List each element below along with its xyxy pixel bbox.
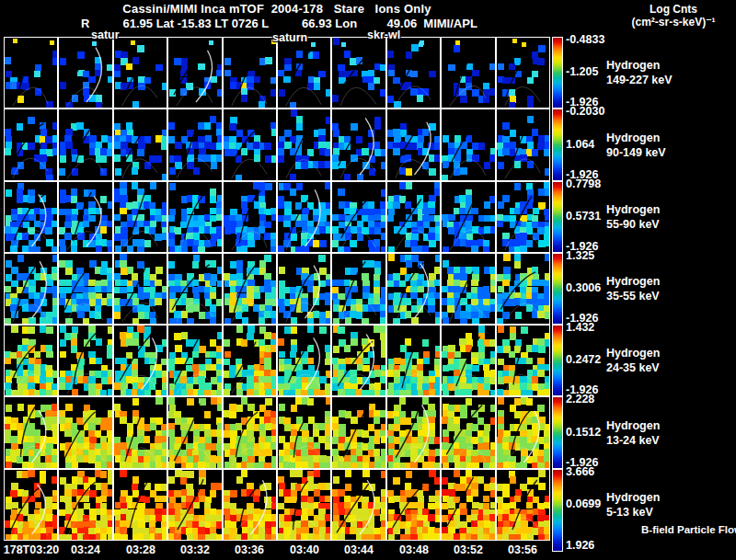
pointing-marker-dot <box>92 41 97 46</box>
plot-subtitle: R 61.95 Lat -15.83 LT 0726 L 66.93 Lon 4… <box>81 17 477 30</box>
panel-r4c9 <box>441 253 496 325</box>
panel-r3c3 <box>113 181 167 253</box>
row-species: Hydrogen <box>606 202 660 217</box>
bfield-flow-arcs <box>332 254 386 325</box>
panel-r5c2 <box>58 325 113 396</box>
bfield-flow-arcs <box>278 38 331 109</box>
panel-r3c6 <box>277 181 331 253</box>
bfield-flow-arcs <box>224 182 277 253</box>
pointing-marker-dot <box>13 39 17 43</box>
bfield-flow-arcs <box>387 397 441 469</box>
colorbar-row4 <box>552 253 563 325</box>
bfield-flow-arcs <box>224 397 277 469</box>
bfield-flow-arcs <box>168 38 223 109</box>
bfield-flow-arcs <box>59 397 113 469</box>
bfield-flow-arcs <box>442 109 496 181</box>
plot-title: Cassini/MIMI Inca mTOF 2004-178 Stare Io… <box>4 2 550 16</box>
panel-r5c9 <box>441 325 496 396</box>
bfield-flow-arcs <box>168 182 223 253</box>
pointing-label-saturn: saturn <box>272 31 307 44</box>
bfield-flow-arcs <box>114 109 167 181</box>
time-tick-3: 03:28 <box>126 543 155 556</box>
panel-r5c10 <box>496 325 550 396</box>
time-tick-6: 03:40 <box>290 543 319 556</box>
bfield-flow-arcs <box>59 254 113 325</box>
bfield-flow-arcs <box>59 182 113 253</box>
time-tick-4: 03:32 <box>180 543 210 556</box>
bfield-flow-arcs <box>442 470 496 541</box>
bfield-flow-arcs <box>224 38 277 109</box>
bfield-flow-arcs <box>442 254 496 325</box>
pointing-marker-dot <box>455 40 460 45</box>
pointing-label-skr-wl: skr-wl <box>367 29 400 41</box>
row-energy-range: 90-149 keV <box>606 145 666 160</box>
bfield-flow-arcs <box>168 397 223 469</box>
bfield-flow-arcs <box>59 470 113 541</box>
bfield-flow-arcs <box>387 470 441 541</box>
bfield-flow-arcs <box>497 470 550 541</box>
panel-r3c2 <box>58 181 113 253</box>
colorbar-row6 <box>552 396 563 469</box>
bfield-flow-arcs <box>497 326 550 396</box>
bfield-flow-arcs <box>114 182 167 253</box>
pointing-marker-dot <box>131 40 135 45</box>
panel-r1c8 <box>386 37 441 109</box>
cbar-tick-mid-row1: -1.205 <box>566 65 598 78</box>
bfield-flow-arcs <box>442 182 496 253</box>
panel-r7c8 <box>386 469 441 541</box>
cbar-tick-top-row1: -0.4833 <box>566 33 604 46</box>
panel-r6c1 <box>4 396 58 469</box>
bfield-flow-arcs <box>332 109 386 181</box>
bfield-flow-arcs <box>59 38 113 109</box>
panel-r4c8 <box>386 253 441 325</box>
row-species: Hydrogen <box>606 490 660 505</box>
colorbar-row7 <box>552 469 563 552</box>
bfield-flow-arcs <box>387 182 441 253</box>
bfield-flow-arcs <box>332 38 386 109</box>
row-energy-range: 5-13 keV <box>606 505 660 520</box>
bfield-flow-arcs <box>332 326 386 396</box>
bfield-flow-arcs <box>497 38 550 109</box>
bfield-flow-arcs <box>332 470 386 541</box>
row-species: Hydrogen <box>606 274 660 289</box>
panel-r6c3 <box>113 396 167 469</box>
cbar-tick-mid-row7: 0.0699 <box>566 497 601 510</box>
bfield-flow-arcs <box>168 254 223 325</box>
pointing-marker-dot <box>209 40 213 45</box>
panel-r3c1 <box>4 181 58 253</box>
panel-r5c8 <box>386 325 441 396</box>
panel-r4c4 <box>167 253 223 325</box>
cbar-tick-top-row7: 3.666 <box>566 465 594 478</box>
time-tick-1: 178T03:20 <box>4 543 59 556</box>
bfield-particle-flow-note: B-field Particle Flow <box>641 524 736 535</box>
panel-r4c3 <box>113 253 167 325</box>
panel-r1c7 <box>331 37 386 109</box>
bfield-flow-arcs <box>5 397 58 469</box>
bfield-flow-arcs <box>387 326 441 396</box>
bfield-flow-arcs <box>332 182 386 253</box>
row-energy-range: 13-24 keV <box>606 433 660 448</box>
cbar-tick-mid-row2: 1.064 <box>566 138 594 151</box>
panel-r1c3 <box>113 37 167 109</box>
row-species: Hydrogen <box>606 58 673 73</box>
bfield-flow-arcs <box>168 326 223 396</box>
panel-r7c3 <box>113 469 167 541</box>
panel-r5c7 <box>331 325 386 396</box>
bfield-flow-arcs <box>5 254 58 325</box>
panel-r2c5 <box>223 109 277 181</box>
pointing-marker-dot <box>420 40 424 45</box>
bfield-flow-arcs <box>278 182 331 253</box>
bfield-flow-arcs <box>442 397 496 469</box>
time-tick-5: 03:36 <box>235 543 264 556</box>
panel-r4c7 <box>331 253 386 325</box>
bfield-flow-arcs <box>442 326 496 396</box>
bfield-flow-arcs <box>168 109 223 181</box>
panel-r4c5 <box>223 253 277 325</box>
bfield-flow-arcs <box>114 38 167 109</box>
panel-r4c2 <box>58 253 113 325</box>
row-label-5: Hydrogen24-35 keV <box>606 346 660 375</box>
panel-r2c4 <box>167 109 223 181</box>
panel-r3c5 <box>223 181 277 253</box>
panel-r3c8 <box>386 181 441 253</box>
panel-r6c8 <box>386 396 441 469</box>
